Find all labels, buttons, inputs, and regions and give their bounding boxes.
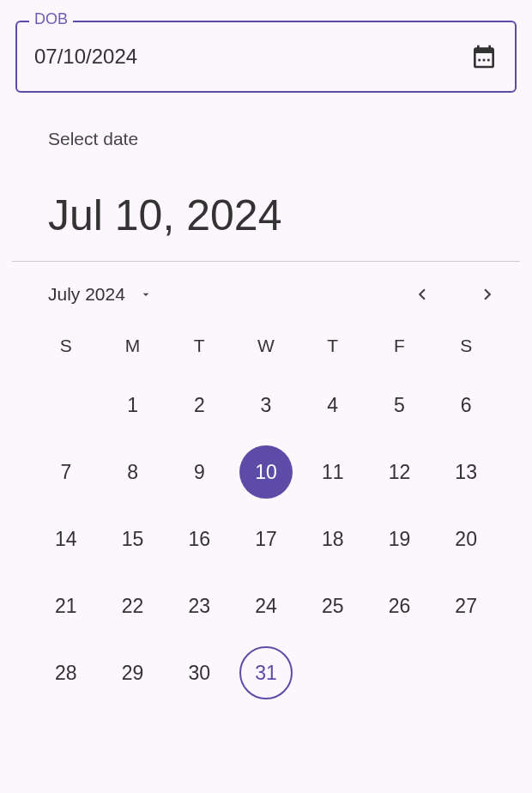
svg-rect-2 — [487, 59, 490, 62]
next-month-button[interactable] — [475, 282, 499, 306]
day-3[interactable]: 3 — [239, 378, 293, 432]
day-cell: 2 — [166, 377, 233, 433]
day-cell: 30 — [166, 645, 233, 701]
day-11[interactable]: 11 — [306, 445, 360, 499]
day-cell: 19 — [366, 511, 433, 567]
day-cell: 18 — [299, 511, 366, 567]
calendar-grid: SMTWTFS 12345678910111213141516171819202… — [0, 324, 532, 701]
day-31[interactable]: 31 — [239, 646, 293, 699]
weekday-header: T — [299, 336, 366, 356]
day-cell: 17 — [233, 511, 299, 567]
day-21[interactable]: 21 — [39, 579, 93, 633]
day-cell: 28 — [33, 645, 100, 701]
day-25[interactable]: 25 — [306, 579, 360, 633]
day-28[interactable]: 28 — [39, 646, 93, 699]
day-cell: 20 — [432, 511, 499, 567]
day-cell: 25 — [299, 578, 366, 634]
day-22[interactable]: 22 — [106, 579, 160, 633]
month-year-label: July 2024 — [48, 284, 125, 305]
days-grid: 1234567891011121314151617181920212223242… — [33, 377, 499, 701]
day-cell: 23 — [166, 578, 233, 634]
dob-value: 07/10/2024 — [34, 45, 137, 69]
day-cell: 13 — [432, 444, 499, 500]
svg-rect-1 — [483, 59, 486, 62]
day-4[interactable]: 4 — [306, 378, 360, 432]
day-27[interactable]: 27 — [439, 579, 493, 633]
weekday-header: W — [233, 336, 299, 356]
day-cell: 5 — [366, 377, 433, 433]
calendar-icon[interactable] — [470, 43, 498, 70]
weekday-header: F — [366, 336, 433, 356]
day-16[interactable]: 16 — [172, 512, 226, 566]
picker-header: Select date Jul 10, 2024 — [0, 108, 532, 240]
date-picker-panel: Select date Jul 10, 2024 July 2024 SMTWT… — [0, 108, 532, 701]
day-30[interactable]: 30 — [172, 646, 226, 699]
day-15[interactable]: 15 — [106, 512, 160, 566]
prev-month-button[interactable] — [410, 282, 434, 306]
day-7[interactable]: 7 — [39, 445, 93, 499]
month-year-selector[interactable]: July 2024 — [48, 284, 153, 305]
day-18[interactable]: 18 — [306, 512, 360, 566]
dropdown-arrow-icon — [139, 288, 153, 301]
selected-date-display: Jul 10, 2024 — [48, 191, 484, 240]
day-cell: 8 — [100, 444, 166, 500]
day-cell: 6 — [432, 377, 499, 433]
day-1[interactable]: 1 — [106, 378, 160, 432]
day-cell: 11 — [299, 444, 366, 500]
day-cell: 29 — [100, 645, 166, 701]
dob-input-field[interactable]: 07/10/2024 — [15, 21, 517, 93]
weekday-header: T — [166, 336, 233, 356]
day-cell: 7 — [33, 444, 100, 500]
day-cell: 14 — [33, 511, 100, 567]
day-cell: 16 — [166, 511, 233, 567]
month-nav-arrows — [410, 282, 499, 306]
day-cell: 27 — [432, 578, 499, 634]
dob-label: DOB — [29, 10, 73, 28]
day-cell: 26 — [366, 578, 433, 634]
weekday-header: M — [100, 336, 166, 356]
day-9[interactable]: 9 — [172, 445, 226, 499]
day-cell: 3 — [233, 377, 299, 433]
weekday-header: S — [33, 336, 100, 356]
empty-day-cell — [33, 377, 100, 433]
day-8[interactable]: 8 — [106, 445, 160, 499]
dob-input-container: DOB 07/10/2024 — [15, 21, 517, 93]
day-2[interactable]: 2 — [172, 378, 226, 432]
day-23[interactable]: 23 — [172, 579, 226, 633]
day-cell: 12 — [366, 444, 433, 500]
day-29[interactable]: 29 — [106, 646, 160, 699]
day-cell: 9 — [166, 444, 233, 500]
day-19[interactable]: 19 — [372, 512, 426, 566]
day-cell: 31 — [233, 645, 299, 701]
day-13[interactable]: 13 — [439, 445, 493, 499]
day-cell: 4 — [299, 377, 366, 433]
day-5[interactable]: 5 — [372, 378, 426, 432]
day-cell: 22 — [100, 578, 166, 634]
day-24[interactable]: 24 — [239, 579, 293, 633]
weekday-row: SMTWTFS — [33, 336, 499, 356]
day-cell: 21 — [33, 578, 100, 634]
svg-rect-0 — [478, 59, 481, 62]
day-20[interactable]: 20 — [439, 512, 493, 566]
select-date-label: Select date — [48, 129, 484, 149]
day-10[interactable]: 10 — [239, 445, 293, 499]
weekday-header: S — [432, 336, 499, 356]
day-14[interactable]: 14 — [39, 512, 93, 566]
day-cell: 24 — [233, 578, 299, 634]
day-6[interactable]: 6 — [439, 378, 493, 432]
day-17[interactable]: 17 — [239, 512, 293, 566]
day-cell: 1 — [100, 377, 166, 433]
day-cell: 10 — [233, 444, 299, 500]
day-12[interactable]: 12 — [372, 445, 426, 499]
month-navigation: July 2024 — [0, 262, 532, 324]
day-cell: 15 — [100, 511, 166, 567]
day-26[interactable]: 26 — [372, 579, 426, 633]
